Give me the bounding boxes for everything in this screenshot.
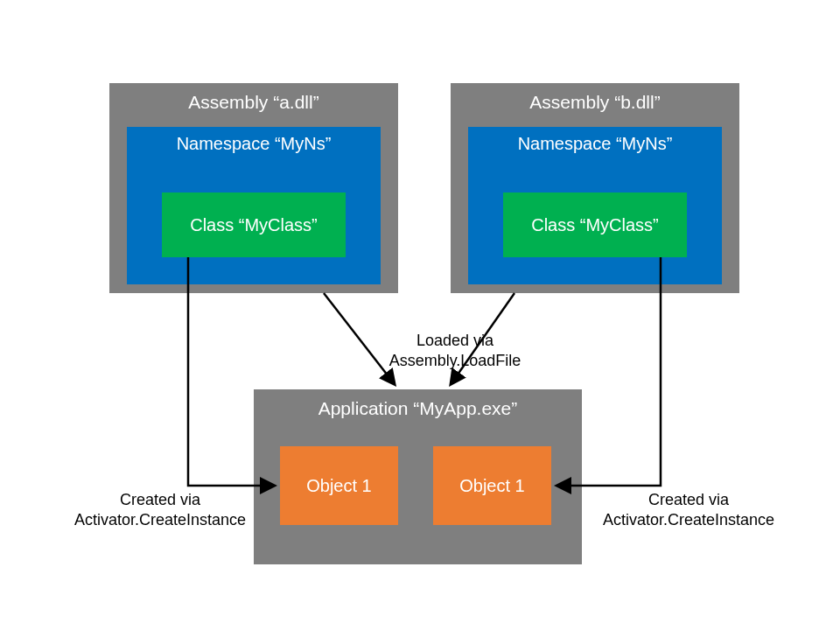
loaded-via-line1: Loaded via: [416, 332, 494, 349]
created-left-line2: Activator.CreateInstance: [74, 511, 246, 528]
class-a-title: Class “MyClass”: [162, 192, 346, 257]
object-2-box: Object 1: [433, 446, 551, 525]
created-left-line1: Created via: [120, 491, 200, 508]
namespace-a-title: Namespace “MyNs”: [127, 127, 381, 154]
class-a-box: Class “MyClass”: [162, 192, 346, 257]
assembly-a-title: Assembly “a.dll”: [109, 83, 398, 113]
loaded-via-label: Loaded via Assembly.LoadFile: [368, 331, 542, 372]
loaded-via-line2: Assembly.LoadFile: [389, 352, 522, 369]
application-title: Application “MyApp.exe”: [254, 389, 582, 419]
assembly-b-title: Assembly “b.dll”: [451, 83, 739, 113]
object-1-title: Object 1: [280, 446, 398, 525]
object-1-box: Object 1: [280, 446, 398, 525]
created-right-line2: Activator.CreateInstance: [603, 511, 774, 528]
created-right-label: Created via Activator.CreateInstance: [588, 490, 789, 531]
created-left-label: Created via Activator.CreateInstance: [60, 490, 261, 531]
object-2-title: Object 1: [433, 446, 551, 525]
class-b-title: Class “MyClass”: [503, 192, 687, 257]
namespace-b-title: Namespace “MyNs”: [468, 127, 722, 154]
class-b-box: Class “MyClass”: [503, 192, 687, 257]
created-right-line1: Created via: [648, 491, 729, 508]
